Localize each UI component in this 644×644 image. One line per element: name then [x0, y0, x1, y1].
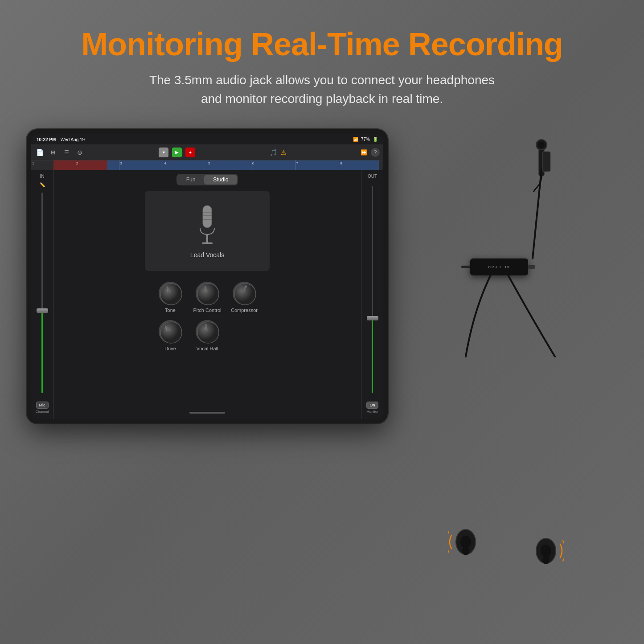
stop-button[interactable]: ■ [159, 148, 168, 157]
mic-display: Lead Vocals [145, 191, 270, 271]
battery-status: 77% [361, 137, 370, 142]
tone-knob[interactable] [159, 282, 182, 305]
output-fader-fill [372, 320, 373, 393]
right-earbud [528, 531, 564, 573]
header-section: Monitoring Real-Time Recording The 3.5mm… [0, 27, 644, 108]
status-time: 10:22 PM Wed Aug 19 [37, 135, 85, 143]
pitch-label: Pitch Control [193, 308, 222, 313]
tab-studio[interactable]: Studio [204, 175, 237, 185]
input-fader[interactable] [41, 189, 43, 397]
drive-label: Drive [164, 346, 176, 351]
settings-icon[interactable]: ⏩ [361, 149, 367, 156]
left-earbud-svg [448, 522, 484, 562]
tab-fun[interactable]: Fun [177, 175, 205, 185]
lavalier-mic-assembly [528, 138, 555, 193]
vocal-hall-control: Vocal Hall [193, 320, 222, 351]
compressor-knob[interactable] [233, 282, 256, 305]
drive-knob-svg [160, 321, 183, 344]
gb-controls-area: IN ✏️ Mic Channel [31, 170, 383, 419]
pitch-knob-svg [197, 283, 220, 306]
monitor-section: On Monitor [365, 398, 380, 415]
channel-label: Channel [36, 410, 49, 414]
page-subtitle: The 3.5mm audio jack allows you to conne… [0, 71, 644, 108]
center-panel: Fun Studio [53, 170, 361, 419]
compressor-knob-svg [234, 283, 257, 306]
ruler-mark-6: 6 [251, 160, 295, 170]
microphone-icon [194, 203, 221, 248]
ruler-mark-5: 5 [207, 160, 251, 170]
ruler-mark-1: 1 [31, 160, 75, 170]
controls-grid: Tone [156, 282, 258, 351]
tablet-device: 10:22 PM Wed Aug 19 📶 77% 🔋 📄 ⊞ [27, 129, 388, 423]
svg-point-21 [460, 536, 471, 548]
status-right: 📶 77% 🔋 [353, 137, 378, 142]
tone-knob-svg [160, 283, 183, 306]
channel-left-labels: Mic Channel [34, 398, 51, 415]
svg-point-14 [197, 322, 219, 343]
file-icon[interactable]: 📄 [35, 148, 45, 157]
svg-point-22 [462, 546, 469, 555]
pencil-icon[interactable]: ✏️ [40, 182, 45, 187]
timeline-ruler: 1 2 3 4 5 6 7 8 [31, 160, 383, 170]
input-fader-fill [41, 313, 43, 393]
hall-knob-svg [197, 321, 220, 344]
svg-point-10 [234, 283, 256, 305]
ruler-mark-2: 2 [75, 160, 119, 170]
screen-inner: 10:22 PM Wed Aug 19 📶 77% 🔋 📄 ⊞ [31, 134, 383, 419]
battery-icon: 🔋 [373, 137, 378, 142]
tracks-icon[interactable]: ⊞ [48, 148, 58, 157]
output-fader-track [372, 186, 373, 393]
out-label: OUT [368, 174, 377, 179]
in-label: IN [40, 174, 45, 179]
input-fader-handle[interactable] [37, 308, 48, 313]
tempo-icon[interactable]: ⚠ [281, 149, 287, 156]
svg-rect-4 [206, 234, 208, 242]
pitch-knob[interactable] [196, 282, 219, 305]
ruler-marks: 1 2 3 4 5 6 7 8 [31, 160, 383, 170]
tablet-screen: 10:22 PM Wed Aug 19 📶 77% 🔋 📄 ⊞ [31, 134, 383, 419]
tone-label: Tone [165, 308, 176, 313]
svg-rect-0 [203, 205, 212, 228]
page-title: Monitoring Real-Time Recording [0, 27, 644, 62]
monitor-label: Monitor [366, 410, 378, 414]
mode-tabs: Fun Studio [176, 174, 238, 185]
metronome-icon[interactable]: 🎵 [270, 149, 277, 156]
svg-point-6 [160, 283, 182, 305]
wifi-icon: 📶 [353, 137, 358, 142]
svg-rect-5 [202, 242, 213, 244]
svg-point-25 [542, 555, 550, 564]
left-earbud [448, 522, 484, 564]
pitch-control: Pitch Control [193, 282, 222, 313]
mixer-icon[interactable]: ⊜ [75, 148, 85, 157]
mic-button[interactable]: Mic [36, 402, 49, 409]
output-fader-handle[interactable] [367, 316, 378, 320]
list-icon[interactable]: ☰ [62, 148, 71, 157]
cukilux-dongle: CUKILUX [470, 258, 528, 275]
garageband-toolbar: 📄 ⊞ ☰ ⊜ ■ ▶ ● [31, 144, 383, 160]
vocal-hall-label: Vocal Hall [197, 346, 218, 351]
compressor-control: Compressor [230, 282, 258, 313]
right-earbud-svg [528, 531, 564, 571]
vocal-hall-knob[interactable] [196, 320, 219, 343]
ruler-mark-7: 7 [295, 160, 340, 170]
input-fader-track [41, 193, 43, 393]
svg-point-12 [160, 322, 182, 343]
drive-knob[interactable] [159, 320, 182, 343]
ruler-mark-8: 8 [339, 160, 383, 170]
status-bar: 10:22 PM Wed Aug 19 📶 77% 🔋 [31, 134, 383, 144]
channel-strip-right: OUT On Monitor [361, 170, 383, 419]
svg-point-17 [538, 142, 545, 148]
channel-strip-left: IN ✏️ Mic Channel [31, 170, 53, 419]
monitor-on-button[interactable]: On [366, 402, 378, 409]
svg-rect-19 [542, 152, 550, 172]
compressor-label: Compressor [231, 308, 258, 313]
help-icon[interactable]: ? [371, 148, 380, 157]
tone-control: Tone [156, 282, 185, 313]
output-fader[interactable] [372, 182, 373, 397]
ruler-mark-4: 4 [163, 160, 207, 170]
home-indicator [189, 412, 225, 414]
ruler-mark-3: 3 [119, 160, 164, 170]
record-button[interactable]: ● [185, 148, 195, 157]
instrument-label: Lead Vocals [190, 251, 224, 258]
play-button[interactable]: ▶ [172, 148, 182, 157]
